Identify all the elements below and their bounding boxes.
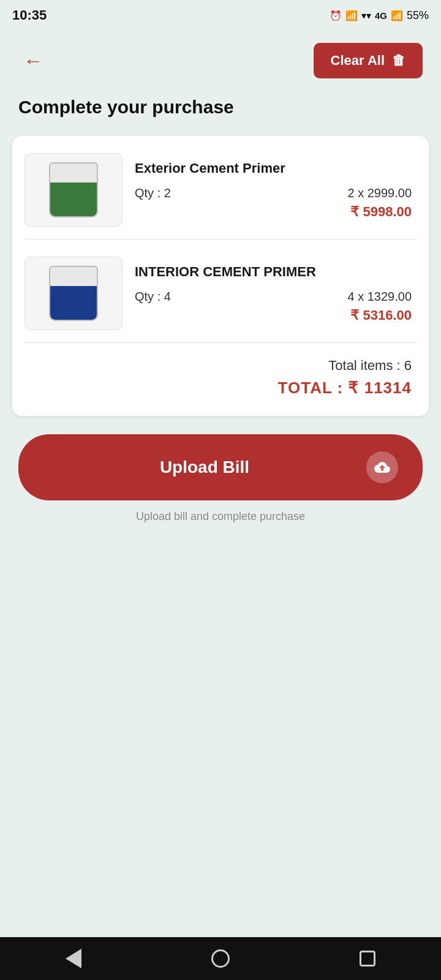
product-item-2: INTERIOR CEMENT PRIMER Qty : 4 4 x 1329.… [12,239,429,342]
clear-all-label: Clear All [331,53,385,69]
product-unit-price-2: 4 x 1329.00 [347,290,412,304]
header: ← Clear All 🗑 [0,31,441,85]
network-4g-icon: 4G [375,10,387,21]
status-icons: ⏰ 📶 ▾▾ 4G 📶 55% [330,9,429,22]
product-details-2: INTERIOR CEMENT PRIMER Qty : 4 4 x 1329.… [135,263,412,323]
product-name-2: INTERIOR CEMENT PRIMER [135,263,412,281]
nav-back-button[interactable] [55,946,92,971]
nav-recent-icon [360,951,375,967]
wifi-icon: ▾▾ [361,10,371,21]
product-qty-row-1: Qty : 2 2 x 2999.00 [135,186,412,200]
back-button[interactable]: ← [18,45,48,77]
product-name-1: Exterior Cement Primer [135,160,412,178]
trash-icon: 🗑 [392,53,405,69]
upload-icon [366,451,398,483]
upload-bill-button[interactable]: Upload Bill [18,434,423,500]
status-bar: 10:35 ⏰ 📶 ▾▾ 4G 📶 55% [0,0,441,31]
signal-icon: 📶 [345,10,358,21]
total-amount: TOTAL : ₹ 11314 [29,379,412,398]
cart-card: Exterior Cement Primer Qty : 2 2 x 2999.… [12,136,429,416]
upload-section: Upload Bill Upload bill and complete pur… [18,434,423,523]
alarm-icon: ⏰ [330,10,342,21]
signal-bars-icon: 📶 [391,10,403,21]
total-items: Total items : 6 [29,358,412,374]
product-qty-1: Qty : 2 [135,186,171,200]
nav-home-icon [211,949,230,968]
product-image-box-2 [24,257,123,330]
nav-recent-button[interactable] [349,946,386,971]
upload-subtitle: Upload bill and complete purchase [18,510,423,523]
product-unit-price-1: 2 x 2999.00 [347,186,412,200]
back-icon: ← [23,50,43,72]
product-qty-row-2: Qty : 4 4 x 1329.00 [135,290,412,304]
product-item-1: Exterior Cement Primer Qty : 2 2 x 2999.… [12,136,429,239]
battery-level: 55% [407,9,429,22]
status-time: 10:35 [12,7,47,23]
product-image-2 [49,266,98,321]
product-total-price-2: ₹ 5316.00 [135,307,412,323]
nav-home-button[interactable] [202,946,239,971]
page-title: Complete your purchase [0,85,441,136]
clear-all-button[interactable]: Clear All 🗑 [314,43,423,78]
nav-back-icon [66,949,81,968]
product-image-1 [49,162,98,217]
summary-section: Total items : 6 TOTAL : ₹ 11314 [12,343,429,404]
nav-bar [0,937,441,980]
product-details-1: Exterior Cement Primer Qty : 2 2 x 2999.… [135,160,412,220]
product-qty-2: Qty : 4 [135,290,171,304]
product-total-price-1: ₹ 5998.00 [135,204,412,220]
upload-bill-label: Upload Bill [43,458,366,477]
product-image-box-1 [24,153,123,227]
